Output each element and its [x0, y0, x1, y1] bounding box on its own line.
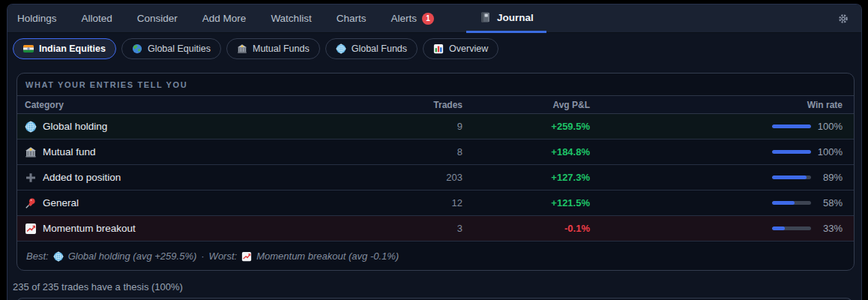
win-rate-bar	[772, 201, 811, 205]
globe-meridians-icon	[336, 44, 346, 54]
table-header: Category Trades Avg P&L Win rate	[17, 96, 854, 114]
summary-worst-label: Worst:	[209, 250, 238, 262]
nav-item-holdings[interactable]: Holdings	[17, 13, 57, 24]
filter-label: Global Funds	[352, 44, 407, 54]
filter-pills: Indian Equities Global Equities Mutual F…	[7, 33, 861, 59]
column-avg-pnl: Avg P&L	[462, 100, 590, 110]
trades-value: 12	[388, 197, 462, 208]
win-rate-value: 100%	[816, 146, 843, 158]
win-rate-bar	[772, 176, 811, 179]
bank-icon	[237, 44, 247, 54]
entries-summary-card: WHAT YOUR ENTRIES TELL YOU Category Trad…	[16, 73, 855, 271]
globe-meridians-icon	[25, 121, 37, 133]
plus-icon	[25, 172, 37, 184]
column-category: Category	[25, 100, 388, 110]
filter-global-funds[interactable]: Global Funds	[325, 38, 418, 59]
summary-best-text: Global holding (avg +259.5%)	[68, 250, 197, 262]
tab-journal[interactable]: Journal	[466, 4, 546, 33]
win-rate-bar	[772, 150, 811, 154]
avg-pnl-value: +121.5%	[462, 197, 590, 208]
filter-label: Mutual Funds	[253, 44, 310, 54]
summary-best-label: Best:	[26, 250, 49, 262]
nav-item-alerts-label: Alerts	[391, 13, 417, 24]
india-flag-icon	[23, 44, 34, 54]
notebook-icon	[479, 11, 491, 23]
filter-label: Indian Equities	[39, 44, 106, 54]
best-worst-summary: Best: Global holding (avg +259.5%) · Wor…	[17, 242, 854, 271]
filter-global-equities[interactable]: Global Equities	[121, 38, 221, 59]
gear-icon[interactable]	[837, 13, 849, 25]
top-nav: Holdings Alloted Consider Add More Watch…	[7, 4, 861, 33]
avg-pnl-value: -0.1%	[462, 223, 590, 234]
globe-meridians-icon	[53, 251, 64, 262]
summary-worst-text: Momentum breakout (avg -0.1%)	[256, 250, 399, 262]
filter-overview[interactable]: Overview	[423, 38, 498, 59]
column-trades: Trades	[388, 100, 462, 110]
table-row-global-holding[interactable]: Global holding 9 +259.5% 100%	[17, 114, 854, 140]
trades-value: 9	[388, 121, 462, 132]
avg-pnl-value: +127.3%	[462, 172, 590, 183]
avg-pnl-value: +184.8%	[462, 146, 590, 158]
table-row-added-to-position[interactable]: Added to position 203 +127.3% 89%	[17, 165, 854, 190]
nav-item-watchlist[interactable]: Watchlist	[271, 13, 311, 24]
category-label: Global holding	[43, 121, 107, 132]
filter-label: Overview	[449, 44, 488, 54]
filter-mutual-funds[interactable]: Mutual Funds	[226, 38, 320, 59]
app-window: Holdings Alloted Consider Add More Watch…	[7, 4, 862, 300]
bank-icon	[25, 146, 37, 158]
thesis-coverage-note: 235 of 235 trades have a thesis (100%)	[13, 281, 183, 292]
globe-asia-icon	[132, 44, 142, 54]
column-win-rate: Win rate	[590, 100, 843, 110]
nav-item-add-more[interactable]: Add More	[202, 13, 247, 24]
trades-value: 203	[388, 172, 462, 183]
avg-pnl-value: +259.5%	[462, 121, 590, 132]
chart-up-icon	[25, 223, 37, 235]
trades-value: 3	[388, 223, 462, 234]
filter-label: Global Equities	[148, 44, 211, 54]
filter-indian-equities[interactable]: Indian Equities	[13, 38, 116, 59]
card-title: WHAT YOUR ENTRIES TELL YOU	[17, 74, 854, 96]
category-label: Added to position	[43, 172, 121, 183]
nav-item-alloted[interactable]: Alloted	[82, 13, 112, 24]
win-rate-value: 89%	[816, 172, 843, 183]
tab-journal-label: Journal	[497, 12, 534, 23]
alerts-count-badge: 1	[422, 13, 434, 25]
win-rate-value: 100%	[816, 121, 843, 132]
table-row-mutual-fund[interactable]: Mutual fund 8 +184.8% 100%	[17, 140, 854, 165]
chart-up-icon	[241, 251, 252, 262]
win-rate-bar	[772, 226, 811, 230]
table-row-general[interactable]: General 12 +121.5% 58%	[17, 190, 854, 216]
nav-item-consider[interactable]: Consider	[137, 13, 178, 24]
table-row-momentum-breakout[interactable]: Momentum breakout 3 -0.1% 33%	[17, 216, 854, 242]
win-rate-value: 58%	[816, 197, 843, 208]
nav-item-alerts[interactable]: Alerts 1	[391, 13, 434, 25]
category-label: General	[43, 197, 79, 208]
category-label: Mutual fund	[43, 146, 96, 158]
win-rate-value: 33%	[816, 223, 843, 234]
category-label: Momentum breakout	[43, 223, 136, 234]
trades-value: 8	[388, 146, 462, 158]
win-rate-bar	[772, 124, 811, 128]
pushpin-icon	[25, 197, 37, 209]
bar-chart-icon	[433, 44, 444, 54]
summary-separator: ·	[201, 250, 204, 262]
nav-item-charts[interactable]: Charts	[337, 13, 367, 24]
